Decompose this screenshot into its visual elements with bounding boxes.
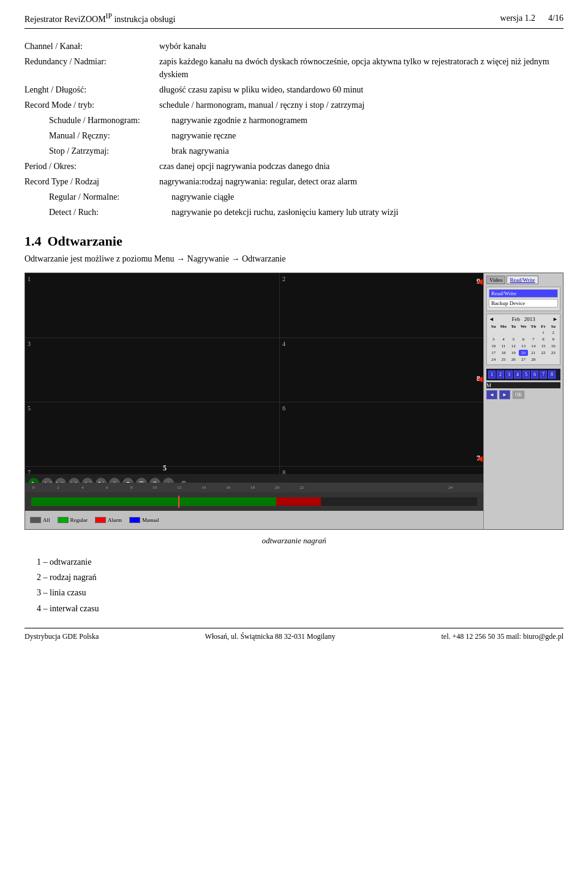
cal-next[interactable]: ►: [552, 316, 558, 322]
cal-d-empty-5: [529, 330, 538, 336]
cal-d-empty-3: [509, 330, 518, 336]
legend-all: All: [30, 517, 50, 523]
def-term-redundancy: Redundancy / Nadmiar:: [24, 55, 159, 81]
header-suffix: instrukcja obsługi: [112, 15, 175, 24]
cal-d-4[interactable]: 4: [499, 336, 508, 342]
right-panel: Video Read/Write Read/Write Backup Devic…: [483, 273, 563, 529]
cal-d-14[interactable]: 14: [529, 343, 538, 349]
ch-num-6: 6: [282, 405, 285, 412]
def-row-record-type: Record Type / Rodzaj nagrywania:rodzaj n…: [24, 175, 564, 188]
cal-d-2[interactable]: 2: [549, 330, 558, 336]
def-row-redundancy: Redundancy / Nadmiar: zapis każdego kana…: [24, 55, 564, 81]
cal-d-13[interactable]: 13: [519, 343, 528, 349]
cal-d-empty-4: [519, 330, 528, 336]
cal-d-25[interactable]: 25: [499, 356, 508, 363]
timeline-track: [31, 497, 477, 506]
footer-middle: Włosań, ul. Świątnicka 88 32-031 Mogilan…: [205, 632, 335, 641]
def-row-schedule: Schudule / Harmonogram: nagrywanie zgodn…: [24, 114, 564, 127]
cal-d-5[interactable]: 5: [509, 336, 518, 342]
def-row-detect: Detect / Ruch: nagrywanie po detekcji ru…: [24, 206, 564, 219]
cal-d-15[interactable]: 15: [538, 343, 548, 349]
cal-d-3[interactable]: 3: [489, 336, 498, 342]
cal-d-18[interactable]: 18: [499, 350, 508, 356]
def-row-period: Period / Okres: czas danej opcji nagrywa…: [24, 160, 564, 173]
cal-d-27[interactable]: 27: [519, 356, 528, 363]
cal-d-28[interactable]: 28: [529, 356, 538, 363]
ch-btn-3[interactable]: 3: [505, 371, 513, 379]
cal-d-20[interactable]: 20: [519, 350, 528, 356]
ch-btn-6[interactable]: 6: [531, 371, 538, 379]
timeline-area[interactable]: [25, 492, 483, 511]
page-header: Rejestrator ReviZOOMIP instrukcja obsług…: [24, 12, 564, 29]
cal-d-empty-7: [549, 356, 558, 363]
def-term-stop: Stop / Zatrzymaj:: [49, 145, 172, 157]
panel-bottom-buttons: ◄ ► OK: [486, 390, 560, 399]
footer-left: Dystrybucja GDE Polska: [24, 632, 99, 641]
section-subtitle: Odtwarzanie jest możliwe z poziomu Menu …: [24, 254, 564, 264]
header-page: 4/16: [548, 13, 564, 23]
cal-d-19[interactable]: 19: [509, 350, 518, 356]
m-label: M: [486, 382, 560, 388]
timeline-ticks-row: 0 2 4 6 8 10 12 14 16 18 20 22 24: [25, 483, 483, 492]
ch-btn-1[interactable]: 1: [488, 371, 496, 379]
def-desc-redundancy: zapis każdego kanału na dwóch dyskach ró…: [159, 55, 564, 81]
ch-num-1: 1: [28, 276, 31, 282]
cal-day-su: Su: [489, 324, 498, 329]
cal-d-17[interactable]: 17: [489, 350, 498, 356]
ch-btn-2[interactable]: 2: [497, 371, 504, 379]
def-term-regular: Regular / Normalne:: [49, 190, 172, 203]
def-desc-lenght: długość czasu zapisu w pliku wideo, stan…: [159, 83, 564, 96]
grid-line-v: [279, 273, 280, 492]
cal-d-22[interactable]: 22: [538, 350, 548, 356]
cal-d-16[interactable]: 16: [549, 343, 558, 349]
screenshot-caption: odtwarzanie nagrań: [24, 536, 564, 546]
calendar-box: ◄ Feb 2013 ► Su Mo Tu We Th Fr Sa: [486, 314, 560, 365]
ch-btn-4[interactable]: 4: [514, 371, 521, 379]
screenshot-inner: 1 2 3 4 5 6 7 8 9 ◄ 8 ◄ 7 ◄ 6 ◄ 5 4 ◄: [25, 273, 563, 529]
cal-d-empty-1: [489, 330, 498, 336]
list-items: 1 – odtwarzanie 2 – rodzaj nagrań 3 – li…: [37, 556, 564, 616]
legend-regular: Regular: [58, 517, 88, 523]
bottom-legend: All Regular Alarm Manual: [25, 511, 483, 529]
panel-tab-readwrite[interactable]: Read/Write: [507, 276, 538, 284]
legend-color-manual: [129, 517, 140, 523]
ch-btn-8[interactable]: 8: [548, 371, 556, 379]
cal-day-we: We: [519, 324, 528, 329]
def-row-mode: Record Mode / tryb: schedule / harmonogr…: [24, 99, 564, 111]
cal-d-8[interactable]: 8: [538, 336, 548, 342]
def-row-lenght: Lenght / Długość: długość czasu zapisu w…: [24, 83, 564, 96]
ch-btn-5[interactable]: 5: [522, 371, 530, 379]
cal-d-6[interactable]: 6: [519, 336, 528, 342]
legend-label-alarm: Alarm: [108, 517, 122, 523]
panel-btn-1[interactable]: ◄: [486, 390, 497, 399]
cal-prev[interactable]: ◄: [489, 316, 494, 322]
cal-d-9[interactable]: 9: [549, 336, 558, 342]
cal-day-th: Th: [529, 324, 538, 329]
panel-tab-video[interactable]: Video: [486, 276, 505, 284]
panel-btn-3[interactable]: OK: [512, 390, 526, 399]
cal-d-10[interactable]: 10: [489, 343, 498, 349]
def-row-stop: Stop / Zatrzymaj: brak nagrywania: [24, 145, 564, 157]
def-desc-period: czas danej opcji nagrywania podczas dane…: [159, 160, 564, 173]
legend-label-regular: Regular: [70, 517, 88, 523]
panel-btn-2[interactable]: ►: [499, 390, 510, 399]
panel-option-backup[interactable]: Backup Device: [489, 299, 558, 307]
legend-color-all: [30, 517, 41, 523]
cal-d-24[interactable]: 24: [489, 356, 498, 363]
cal-d-26[interactable]: 26: [509, 356, 518, 363]
cal-d-7[interactable]: 7: [529, 336, 538, 342]
cal-d-12[interactable]: 12: [509, 343, 518, 349]
ch-btn-7[interactable]: 7: [540, 371, 547, 379]
channel-num-display: 1 2 3 4 5 6 7 8: [486, 369, 560, 380]
cal-d-21[interactable]: 21: [529, 350, 538, 356]
panel-option-readwrite[interactable]: Read/Write: [489, 289, 558, 298]
def-term-lenght: Lenght / Długość:: [24, 83, 159, 96]
def-desc-record-type: nagrywania:rodzaj nagrywania: regular, d…: [159, 175, 564, 188]
grid-line-2: [25, 402, 483, 402]
ch-num-2: 2: [282, 276, 285, 282]
list-item-2: 2 – rodzaj nagrań: [37, 571, 564, 584]
cal-d-23[interactable]: 23: [549, 350, 558, 356]
cal-d-11[interactable]: 11: [499, 343, 508, 349]
def-desc-mode: schedule / harmonogram, manual / ręczny …: [159, 99, 564, 111]
cal-d-1[interactable]: 1: [538, 330, 548, 336]
